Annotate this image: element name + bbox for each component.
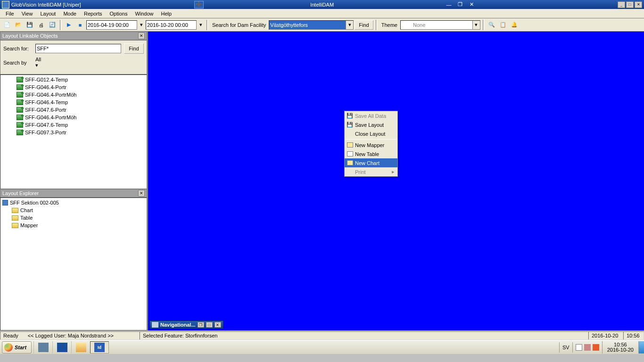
- flag-icon[interactable]: [576, 344, 582, 351]
- open-icon[interactable]: 📂: [13, 20, 24, 30]
- taskbar-powershell[interactable]: [52, 341, 71, 354]
- clock-time: 10:56: [614, 342, 627, 347]
- dropdown-icon[interactable]: ▾: [35, 62, 144, 68]
- window-icon: [152, 322, 158, 328]
- menu-view[interactable]: View: [18, 10, 37, 17]
- sensor-icon: [17, 107, 23, 113]
- volume-icon[interactable]: [593, 344, 599, 351]
- menu-mode[interactable]: Mode: [59, 10, 80, 17]
- folder-icon: [12, 215, 18, 221]
- start-button[interactable]: Start: [2, 341, 32, 354]
- server-icon: [38, 343, 49, 352]
- inner-minimize-button[interactable]: —: [445, 1, 453, 8]
- menu-help[interactable]: Help: [157, 10, 176, 17]
- print-icon[interactable]: 🖨: [36, 20, 46, 30]
- inner-restore-button[interactable]: ❐: [456, 1, 464, 8]
- start-label: Start: [15, 345, 26, 350]
- menubar: File View Layout Mode Reports Options Wi…: [0, 9, 644, 18]
- cm-save-layout[interactable]: 💾 Save Layout: [345, 120, 397, 129]
- menu-window[interactable]: Window: [131, 10, 157, 17]
- cm-new-table[interactable]: New Table: [345, 149, 397, 158]
- statusbar: Ready << Logged User: Maja Nordstrand >>…: [0, 330, 644, 340]
- search-for-input[interactable]: [35, 44, 121, 53]
- linkable-item-label: SFF-G046.4-Portr: [25, 84, 66, 90]
- binoculars-icon[interactable]: 🔍: [487, 20, 497, 30]
- panel-close-button[interactable]: ✕: [138, 190, 145, 197]
- new-tab-button[interactable]: ➕: [194, 1, 204, 8]
- canvas-area[interactable]: 💾 Save All Data 💾 Save Layout Close Layo…: [148, 32, 644, 330]
- find-facility-button[interactable]: Find: [355, 20, 373, 30]
- menu-layout[interactable]: Layout: [36, 10, 59, 17]
- linkable-item[interactable]: SFF-G046.4-Temp: [1, 99, 146, 106]
- status-time: 10:56: [627, 333, 640, 338]
- linkable-item[interactable]: SFF-G047.6-Portr: [1, 106, 146, 114]
- date-from-dropdown-icon[interactable]: ▾: [138, 20, 145, 30]
- linkable-item[interactable]: SFF-G097.3-Portr: [1, 129, 146, 136]
- menu-file[interactable]: File: [2, 10, 18, 17]
- taskbar-clock[interactable]: 10:56 2016-10-20: [602, 341, 638, 354]
- status-ready: Ready: [3, 333, 18, 338]
- linkable-objects-header: Layout Linkable Objects ✕: [0, 32, 147, 40]
- taskbar-explorer[interactable]: [71, 341, 90, 354]
- date-to-input[interactable]: [146, 20, 197, 30]
- folder-icon: [76, 343, 86, 352]
- layout-child-mapper[interactable]: Mapper: [1, 222, 146, 229]
- maximize-button[interactable]: □: [626, 1, 634, 8]
- restore-button[interactable]: ❐: [198, 322, 204, 328]
- linkable-item[interactable]: SFF-G046.4-PortrMöh: [1, 114, 146, 121]
- maximize-button[interactable]: □: [206, 322, 213, 328]
- show-desktop-button[interactable]: [638, 341, 644, 354]
- linkable-item[interactable]: SFF-G012.4-Temp: [1, 76, 146, 83]
- layout-child-chart[interactable]: Chart: [1, 206, 146, 214]
- layout-explorer: Layout Explorer ✕ SFF Sektion 002-005 Ch…: [0, 189, 147, 330]
- minimize-button[interactable]: _: [618, 1, 625, 8]
- menu-reports[interactable]: Reports: [80, 10, 106, 17]
- date-from-input[interactable]: [86, 20, 137, 30]
- dropdown-icon[interactable]: ▾: [346, 21, 353, 29]
- status-date: 2016-10-20: [592, 333, 618, 338]
- theme-combo[interactable]: None ▾: [400, 20, 480, 30]
- cm-print: Print ▸: [345, 167, 397, 176]
- menu-options[interactable]: Options: [106, 10, 131, 17]
- sensor-icon: [17, 77, 23, 82]
- panel-title: Layout Linkable Objects: [2, 33, 58, 39]
- sensor-icon: [17, 99, 23, 105]
- taskbar-intellidam[interactable]: Id: [90, 341, 109, 354]
- save-icon[interactable]: 💾: [25, 20, 35, 30]
- cm-new-chart[interactable]: New Chart: [345, 158, 397, 167]
- panel-title: Layout Explorer: [2, 190, 39, 196]
- layout-root-item[interactable]: SFF Sektion 002-005: [1, 199, 146, 206]
- layout-child-table[interactable]: Table: [1, 214, 146, 222]
- tray-icon-2[interactable]: [584, 344, 591, 351]
- language-indicator[interactable]: SV: [559, 342, 572, 353]
- cm-new-mapper[interactable]: New Mapper: [345, 140, 397, 149]
- sensor-icon: [17, 130, 23, 135]
- bell-icon[interactable]: 🔔: [509, 20, 520, 30]
- search-by-combo[interactable]: All ▾: [35, 57, 144, 68]
- new-icon[interactable]: 📄: [2, 20, 12, 30]
- stop-icon[interactable]: ■: [75, 20, 85, 30]
- date-to-dropdown-icon[interactable]: ▾: [198, 20, 204, 30]
- dropdown-icon[interactable]: ▾: [472, 21, 480, 29]
- facility-combo[interactable]: Västgöthyttefors ▾: [269, 20, 354, 30]
- inner-close-button[interactable]: ✕: [467, 1, 476, 8]
- layout-explorer-tree[interactable]: SFF Sektion 002-005 Chart Table Mapper: [0, 197, 147, 330]
- linkable-item[interactable]: SFF-G046.4-Portr: [1, 83, 146, 91]
- separator: [483, 20, 484, 30]
- search-find-button[interactable]: Find: [124, 43, 144, 54]
- refresh-icon[interactable]: 🔄: [47, 20, 58, 30]
- taskbar-server-manager[interactable]: [33, 341, 52, 354]
- navigational-minimized[interactable]: Navigational... ❐ □ ✕: [149, 321, 223, 329]
- linkable-item-label: SFF-G047.6-Temp: [25, 122, 68, 128]
- search-for-label: Search for:: [3, 46, 33, 51]
- play-icon[interactable]: ▶: [64, 20, 74, 30]
- close-button[interactable]: ✕: [635, 1, 642, 8]
- taskbar: Start Id SV 10:56 2016-10-20: [0, 340, 644, 354]
- panel-close-button[interactable]: ✕: [138, 33, 145, 39]
- close-button[interactable]: ✕: [215, 322, 221, 328]
- linkable-item[interactable]: SFF-G046.4-PortrMöh: [1, 91, 146, 99]
- linkable-item[interactable]: SFF-G047.6-Temp: [1, 121, 146, 129]
- cm-close-layout[interactable]: Close Layout: [345, 129, 397, 138]
- clipboard-icon[interactable]: 📋: [498, 20, 508, 30]
- linkable-tree[interactable]: SFF-G012.4-TempSFF-G046.4-PortrSFF-G046.…: [0, 74, 147, 189]
